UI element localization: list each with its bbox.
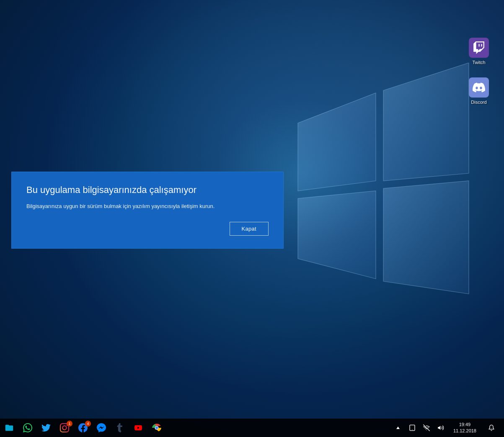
tray-chevron[interactable] bbox=[391, 419, 405, 437]
taskbar-chrome[interactable] bbox=[147, 419, 166, 437]
discord-icon-label: Discord bbox=[471, 100, 486, 105]
tray-network[interactable] bbox=[420, 419, 433, 437]
taskbar-right: 19:49 11.12.2018 bbox=[391, 419, 504, 437]
svg-marker-0 bbox=[298, 93, 376, 191]
taskbar-messenger[interactable] bbox=[92, 419, 111, 437]
desktop-icons-area: Twitch Discord bbox=[462, 38, 496, 105]
twitch-icon-label: Twitch bbox=[472, 60, 485, 65]
svg-point-8 bbox=[412, 429, 412, 430]
instagram-badge: 1 bbox=[67, 421, 72, 427]
svg-marker-9 bbox=[438, 426, 440, 429]
tray-tablet-mode[interactable] bbox=[406, 419, 419, 437]
taskbar-youtube[interactable] bbox=[129, 419, 147, 437]
taskbar-instagram[interactable]: 1 bbox=[55, 419, 74, 437]
twitch-icon bbox=[469, 38, 489, 58]
taskbar-whatsapp[interactable] bbox=[18, 419, 37, 437]
error-dialog-message: Bilgisayarınıza uygun bir sürüm bulmak i… bbox=[26, 203, 269, 209]
windows-logo bbox=[274, 63, 483, 314]
desktop: Twitch Discord Bu uygulama bilgisayarını… bbox=[0, 0, 504, 437]
taskbar-file-explorer[interactable] bbox=[0, 419, 18, 437]
discord-icon bbox=[469, 77, 489, 98]
twitch-desktop-icon[interactable]: Twitch bbox=[462, 38, 496, 65]
discord-desktop-icon[interactable]: Discord bbox=[462, 77, 496, 105]
system-tray bbox=[391, 419, 447, 437]
svg-point-5 bbox=[155, 427, 158, 429]
taskbar-facebook[interactable]: 4 bbox=[74, 419, 92, 437]
kapat-button[interactable]: Kapat bbox=[230, 222, 269, 236]
svg-marker-6 bbox=[396, 427, 400, 429]
taskbar-tumblr[interactable] bbox=[111, 419, 129, 437]
facebook-badge: 4 bbox=[85, 421, 91, 427]
clock-time: 19:49 bbox=[459, 422, 471, 428]
svg-marker-3 bbox=[383, 181, 469, 294]
clock-date: 11.12.2018 bbox=[453, 428, 476, 434]
tray-volume[interactable] bbox=[434, 419, 447, 437]
svg-marker-1 bbox=[383, 63, 469, 181]
error-dialog-title: Bu uygulama bilgisayarınızda çalışamıyor bbox=[26, 185, 269, 195]
taskbar-twitter[interactable] bbox=[37, 419, 55, 437]
error-dialog: Bu uygulama bilgisayarınızda çalışamıyor… bbox=[11, 172, 284, 249]
taskbar-left: 1 4 bbox=[0, 419, 166, 437]
error-dialog-buttons: Kapat bbox=[26, 222, 269, 236]
taskbar-notifications[interactable] bbox=[482, 419, 501, 437]
taskbar: 1 4 bbox=[0, 419, 504, 437]
taskbar-clock[interactable]: 19:49 11.12.2018 bbox=[449, 419, 481, 437]
svg-marker-2 bbox=[298, 191, 376, 279]
